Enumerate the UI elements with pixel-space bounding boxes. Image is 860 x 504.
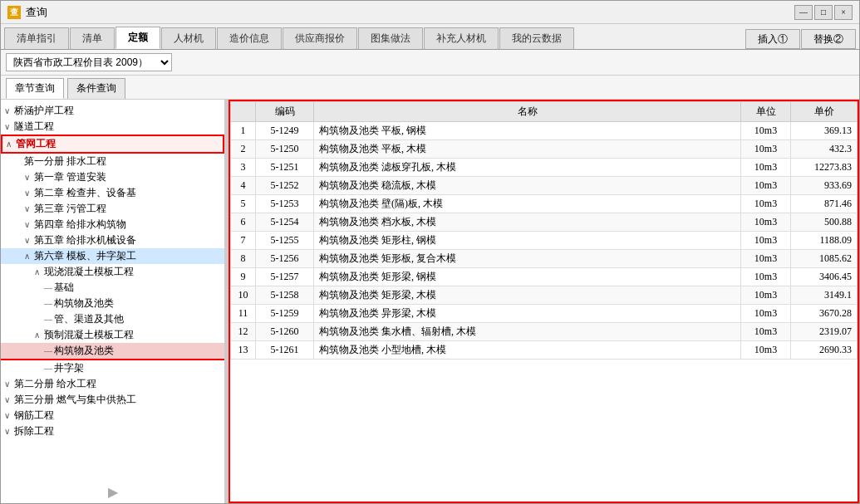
cell-unit: 10m3 xyxy=(741,232,791,250)
tree-item-struct-pool-cast[interactable]: — 构筑物及池类 xyxy=(1,296,224,311)
tree-panel: ∨ 桥涵护岸工程 ∨ 隧道工程 ∧ 管网工程 xyxy=(1,100,225,503)
tree-label: 拆除工程 xyxy=(14,424,54,438)
tree-item-tunnel[interactable]: ∨ 隧道工程 xyxy=(1,119,224,135)
col-header-price: 单价 xyxy=(791,102,858,122)
cell-name: 构筑物及池类 矩形梁, 钢模 xyxy=(314,268,741,286)
cell-num: 3 xyxy=(231,159,256,177)
tree-item-precast-formwork[interactable]: ∧ 预制混凝土模板工程 xyxy=(1,327,224,343)
cell-unit: 10m3 xyxy=(741,323,791,341)
tree-item-formwork[interactable]: ∧ 第六章 模板、井字架工 xyxy=(1,248,224,264)
tab-rencaiji[interactable]: 人材机 xyxy=(161,27,216,49)
minimize-button[interactable]: — xyxy=(794,5,813,20)
tree-label: 第五章 给排水机械设备 xyxy=(34,233,136,247)
tree-label: 构筑物及池类 xyxy=(54,296,114,311)
table-row[interactable]: 11 5-1259 构筑物及池类 异形梁, 木模 10m3 3670.28 xyxy=(231,305,858,323)
cell-name: 构筑物及池类 平板, 钢模 xyxy=(314,122,741,140)
tree-arrow: ∧ xyxy=(6,139,16,149)
province-select[interactable]: 陕西省市政工程价目表 2009） xyxy=(6,53,172,71)
tree-item-machinery[interactable]: ∨ 第五章 给排水机械设备 xyxy=(1,232,224,248)
cell-num: 12 xyxy=(231,323,256,341)
subtab-chapter[interactable]: 章节查询 xyxy=(6,78,64,99)
table-row[interactable]: 3 5-1251 构筑物及池类 滤板穿孔板, 木模 10m3 12273.83 xyxy=(231,159,858,177)
cell-num: 2 xyxy=(231,140,256,159)
tree-item-demolition[interactable]: ∨ 拆除工程 xyxy=(1,423,224,439)
tab-dinge[interactable]: 定额 xyxy=(115,27,160,49)
tree-label: 第二章 检查井、设备基 xyxy=(34,186,136,200)
cell-code: 5-1252 xyxy=(256,177,314,195)
close-button[interactable]: × xyxy=(834,5,853,20)
tab-yunshuju[interactable]: 我的云数据 xyxy=(499,27,574,49)
table-row[interactable]: 9 5-1257 构筑物及池类 矩形梁, 钢模 10m3 3406.45 xyxy=(231,268,858,286)
tree-label: 第三章 污管工程 xyxy=(34,202,106,216)
tree-item-inspection[interactable]: ∨ 第二章 检查井、设备基 xyxy=(1,185,224,201)
tree-arrow: ∨ xyxy=(4,379,14,389)
tree-arrow: ∨ xyxy=(4,122,14,131)
tree-item-water-supply[interactable]: ∨ 第二分册 给水工程 xyxy=(1,376,224,392)
tree-item-channel[interactable]: — 管、渠道及其他 xyxy=(1,311,224,327)
subtab-bar: 章节查询 条件查询 xyxy=(1,76,859,100)
table-row[interactable]: 7 5-1255 构筑物及池类 矩形柱, 钢模 10m3 1188.09 xyxy=(231,232,858,250)
tree-item-gas[interactable]: ∨ 第三分册 燃气与集中供热工 xyxy=(1,392,224,408)
title-bar: 查 查询 — □ × xyxy=(1,1,859,24)
tree-item-bridge[interactable]: ∨ 桥涵护岸工程 xyxy=(1,103,224,119)
tab-qingdan[interactable]: 清单 xyxy=(70,27,115,49)
tree-arrow: ∨ xyxy=(4,427,14,436)
cell-code: 5-1259 xyxy=(256,305,314,323)
table-row[interactable]: 13 5-1261 构筑物及池类 小型地槽, 木模 10m3 2690.33 xyxy=(231,341,858,360)
subtab-condition[interactable]: 条件查询 xyxy=(67,78,125,99)
tab-tujizuofa[interactable]: 图集做法 xyxy=(358,27,423,49)
tree-item-sewage[interactable]: ∨ 第三章 污管工程 xyxy=(1,201,224,217)
table-row[interactable]: 5 5-1253 构筑物及池类 壁(隔)板, 木模 10m3 871.46 xyxy=(231,195,858,213)
tree-label: 第三分册 燃气与集中供热工 xyxy=(14,393,136,407)
cell-code: 5-1253 xyxy=(256,195,314,213)
tree-arrow: ∨ xyxy=(24,204,34,213)
table-row[interactable]: 2 5-1250 构筑物及池类 平板, 木模 10m3 432.3 xyxy=(231,140,858,159)
tree-item-cast-formwork[interactable]: ∧ 现浇混凝土模板工程 xyxy=(1,264,224,280)
tab-qingdan-zhiyin[interactable]: 清单指引 xyxy=(4,27,69,49)
tree-arrow: ∨ xyxy=(4,106,14,115)
tree-arrow: ∧ xyxy=(24,252,34,261)
toolbar: 陕西省市政工程价目表 2009） xyxy=(1,50,859,76)
tree-label: 第二分册 给水工程 xyxy=(14,377,96,391)
tab-zaojia[interactable]: 造价信息 xyxy=(217,27,282,49)
tree-item-foundation[interactable]: — 基础 xyxy=(1,280,224,296)
maximize-button[interactable]: □ xyxy=(814,5,833,20)
table-row[interactable]: 4 5-1252 构筑物及池类 稳流板, 木模 10m3 933.69 xyxy=(231,177,858,195)
insert-button[interactable]: 插入① xyxy=(745,29,800,49)
tree-item-structure[interactable]: ∨ 第四章 给排水构筑物 xyxy=(1,217,224,232)
cell-price: 12273.83 xyxy=(791,159,858,177)
cell-price: 933.69 xyxy=(791,177,858,195)
main-content: ∨ 桥涵护岸工程 ∨ 隧道工程 ∧ 管网工程 xyxy=(1,100,859,503)
cell-name: 构筑物及池类 矩形板, 复合木模 xyxy=(314,250,741,268)
cell-price: 3670.28 xyxy=(791,305,858,323)
cell-unit: 10m3 xyxy=(741,140,791,159)
cell-price: 3406.45 xyxy=(791,268,858,286)
scroll-more-indicator: ▶ xyxy=(108,484,118,500)
table-row[interactable]: 8 5-1256 构筑物及池类 矩形板, 复合木模 10m3 1085.62 xyxy=(231,250,858,268)
tree-item-pipe-network[interactable]: ∧ 管网工程 xyxy=(1,135,224,154)
cell-unit: 10m3 xyxy=(741,159,791,177)
table-row[interactable]: 12 5-1260 构筑物及池类 集水槽、辐射槽, 木模 10m3 2319.0… xyxy=(231,323,858,341)
tree-label: 第一章 管道安装 xyxy=(34,170,106,184)
replace-button[interactable]: 替换② xyxy=(801,29,856,49)
tab-buchong[interactable]: 补充人材机 xyxy=(424,27,499,49)
tree-label: 第六章 模板、井字架工 xyxy=(34,249,136,263)
tree-item-struct-pool-precast[interactable]: — 构筑物及池类 xyxy=(1,343,224,360)
tree-label: 第四章 给排水构筑物 xyxy=(34,218,126,232)
tree-arrow: ∨ xyxy=(24,188,34,198)
tree-item-drainage[interactable]: 第一分册 排水工程 xyxy=(1,154,224,169)
cell-name: 构筑物及池类 平板, 木模 xyxy=(314,140,741,159)
cell-name: 构筑物及池类 小型地槽, 木模 xyxy=(314,341,741,360)
col-header-unit: 单位 xyxy=(741,102,791,122)
table-row[interactable]: 10 5-1258 构筑物及池类 矩形梁, 木模 10m3 3149.1 xyxy=(231,286,858,305)
cell-num: 13 xyxy=(231,341,256,360)
cell-num: 1 xyxy=(231,122,256,140)
tree-item-pipe-install[interactable]: ∨ 第一章 管道安装 xyxy=(1,169,224,185)
tree-item-scaffolding[interactable]: — 井字架 xyxy=(1,360,224,376)
tree-label: 井字架 xyxy=(54,361,84,375)
table-row[interactable]: 1 5-1249 构筑物及池类 平板, 钢模 10m3 369.13 xyxy=(231,122,858,140)
tree-item-rebar[interactable]: ∨ 钢筋工程 xyxy=(1,408,224,423)
cell-unit: 10m3 xyxy=(741,341,791,360)
tab-gongyingshang[interactable]: 供应商报价 xyxy=(283,27,357,49)
table-row[interactable]: 6 5-1254 构筑物及池类 档水板, 木模 10m3 500.88 xyxy=(231,213,858,232)
